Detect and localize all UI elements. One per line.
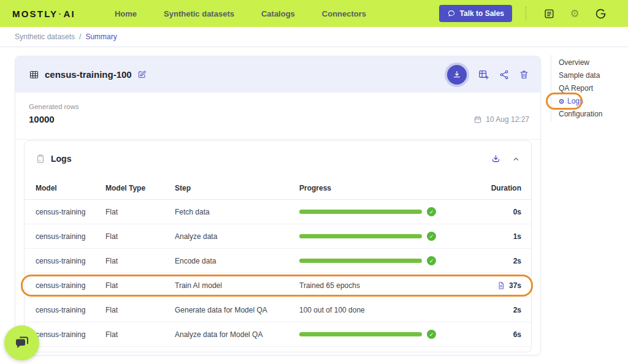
logo-text-right: AI [64,9,75,19]
check-circle-icon: ✓ [427,330,436,339]
log-row[interactable]: census-training Flat Encode data ✓ 2s [25,249,531,273]
log-duration-cell: 37s [453,281,521,290]
log-duration-cell: 2s [453,257,521,265]
nav-item-synthetic-datasets[interactable]: Synthetic datasets [164,9,234,18]
sidebar-item-configuration[interactable]: Configuration [551,108,626,121]
column-header-duration: Duration [453,184,521,192]
logo-text-left: MOSTLY [12,9,58,19]
calendar-icon [473,115,482,124]
logs-panel-header: Logs [25,141,531,176]
log-model: census-training [36,281,105,290]
progress-text: 100 out of 100 done [299,306,365,314]
log-duration: 2s [513,306,521,314]
nav-item-catalogs[interactable]: Catalogs [261,9,295,18]
log-row[interactable]: census-training Flat Fetch data ✓ 0s [25,200,531,224]
log-row[interactable]: census-training Flat Generate data for M… [25,298,531,322]
log-duration-cell: 1s [453,232,521,241]
log-duration-cell: 6s [453,330,521,339]
nav-right-section: Talk to Sales ⚙ [439,5,613,22]
log-model-type: Flat [105,306,175,314]
log-model: census-training [36,257,105,265]
log-progress-cell: Trained 65 epochs [299,281,453,290]
log-model: census-training [36,208,105,216]
sidebar-item-label: Configuration [559,110,602,118]
log-model-type: Flat [105,208,175,216]
breadcrumb-parent[interactable]: Synthetic datasets [15,32,75,41]
log-step: Generate data for Model QA [175,306,299,314]
log-progress-cell: ✓ [299,330,453,339]
log-duration: 2s [513,257,521,265]
log-duration: 0s [513,208,521,216]
delete-trash-icon[interactable] [519,69,529,80]
check-circle-icon: ✓ [427,232,436,241]
mostly-ai-logo[interactable]: MOSTLY·AI [12,9,75,19]
log-progress-cell: ✓ [299,207,453,216]
settings-gear-icon[interactable]: ⚙ [569,7,581,20]
breadcrumb-separator: / [79,32,81,41]
log-model: census-training [36,306,105,314]
log-progress-cell: 100 out of 100 done [299,306,453,314]
nav-item-connectors[interactable]: Connectors [322,9,366,18]
generation-timestamp: 10 Aug 12:27 [473,115,529,124]
generate-more-data-icon[interactable] [478,69,489,80]
progress-bar [299,234,422,238]
log-step: Encode data [175,257,299,265]
sidebar-item-qa-report[interactable]: QA Report [551,82,626,95]
chat-bubble-icon [447,9,456,18]
column-header-model: Model [36,184,105,192]
sidebar-item-label: Overview [559,59,589,67]
download-dataset-button[interactable] [447,65,467,85]
progress-bar [299,332,422,336]
share-icon[interactable] [499,69,510,80]
clipboard-icon [36,154,45,164]
nav-divider [526,7,526,20]
log-step: Train AI model [175,281,299,290]
log-model-type: Flat [105,232,175,241]
timestamp-text: 10 Aug 12:27 [486,115,529,124]
talk-to-sales-button[interactable]: Talk to Sales [439,5,512,22]
log-progress-cell: ✓ [299,232,453,241]
log-row[interactable]: census-training Flat Analyze data for Mo… [25,322,531,347]
sidebar-item-label: Sample data [559,72,600,80]
log-row[interactable]: census-training Flat Train AI model Trai… [25,273,531,298]
logout-icon[interactable] [594,7,607,20]
release-notes-icon[interactable] [543,7,555,20]
table-grid-icon [29,69,39,80]
progress-bar [299,259,422,263]
log-duration: 37s [509,281,521,290]
progress-text: Trained 65 epochs [299,281,360,290]
nav-item-home[interactable]: Home [115,9,137,18]
log-row[interactable]: census-training Flat Analyze data ✓ 1s [25,224,531,249]
logs-panel: Logs Model Model Type Step Progress Dura… [24,140,532,352]
dataset-summary-card: census-training-100 Generated rows 10000 [15,56,541,355]
sidebar-item-logs[interactable]: Logs [551,95,626,108]
dataset-actions [447,65,529,85]
log-model-type: Flat [105,281,175,290]
logo-dot: · [58,9,63,19]
sidebar-item-label: Logs [567,97,583,105]
logs-table-header: Model Model Type Step Progress Duration [25,176,531,200]
log-step: Analyze data [175,232,299,241]
sidebar-item-overview[interactable]: Overview [551,56,626,69]
column-header-progress: Progress [299,184,453,192]
sidebar-item-sample-data[interactable]: Sample data [551,69,626,82]
log-duration-cell: 0s [453,208,521,216]
log-model: census-training [36,330,105,339]
log-duration: 1s [513,232,521,241]
log-file-icon[interactable] [497,281,505,290]
check-circle-icon: ✓ [427,207,436,216]
dataset-title: census-training-100 [45,69,132,80]
edit-title-icon[interactable] [137,70,147,79]
top-navigation-bar: MOSTLY·AI HomeSynthetic datasetsCatalogs… [0,0,628,27]
download-logs-icon[interactable] [491,154,501,164]
chat-widget-button[interactable] [4,325,39,360]
collapse-chevron-up-icon[interactable] [511,154,521,164]
check-circle-icon: ✓ [427,256,436,265]
log-model: census-training [36,232,105,241]
log-duration-cell: 2s [453,306,521,314]
generated-rows-value: 10000 [29,114,527,124]
column-header-model-type: Model Type [105,184,175,192]
logs-title: Logs [51,154,71,164]
breadcrumb-current: Summary [85,32,117,41]
chat-bubbles-icon [13,335,31,352]
